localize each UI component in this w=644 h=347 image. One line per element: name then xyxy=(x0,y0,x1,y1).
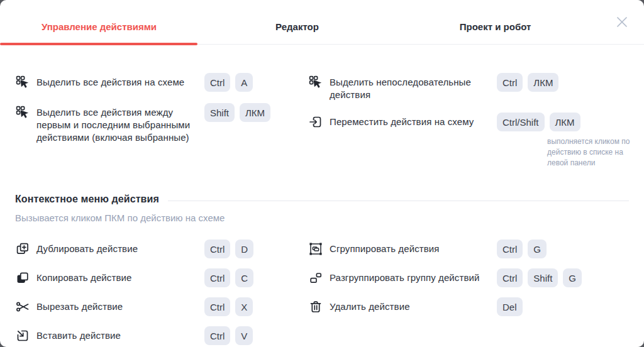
select-actions-icon xyxy=(308,75,323,90)
key-badge: Ctrl xyxy=(497,268,523,287)
key-badge: ЛКМ xyxy=(240,103,270,122)
delete-icon xyxy=(308,299,323,314)
actions-shortcuts-grid: Выделить все действия на схеме Ctrl A Вы… xyxy=(15,73,629,180)
key-badge: ЛКМ xyxy=(528,73,558,92)
tab-project-robot[interactable]: Проект и робот xyxy=(396,0,594,44)
move-to-scheme-icon xyxy=(308,114,323,129)
key-badge: Shift xyxy=(204,103,235,122)
key-badge: D xyxy=(235,240,253,258)
key-badge: G xyxy=(528,240,547,258)
cut-icon xyxy=(15,299,30,314)
context-menu-shortcuts-grid: Дублировать действие Ctrl D Копировать д… xyxy=(15,240,629,347)
select-actions-icon xyxy=(15,75,30,90)
shortcut-row: Выделить все действия между первым и пос… xyxy=(15,103,308,144)
shortcut-row: Разгруппировать группу действий Ctrl Shi… xyxy=(308,268,629,287)
shortcut-row: Дублировать действие Ctrl D xyxy=(15,240,308,258)
shortcut-label: Удалить действие xyxy=(330,297,497,313)
shortcut-label: Вырезать действие xyxy=(36,297,204,313)
key-badge: Ctrl xyxy=(204,297,230,316)
key-badge: Ctrl xyxy=(497,73,523,92)
key-badge: C xyxy=(235,268,253,287)
key-badge: ЛКМ xyxy=(550,113,580,131)
tab-editor[interactable]: Редактор xyxy=(198,0,396,44)
section-divider xyxy=(168,201,629,201)
tab-action-management[interactable]: Управление действиями xyxy=(0,0,198,44)
key-badge: Ctrl xyxy=(204,326,230,345)
shortcut-row: Переместить действия на схему Ctrl/Shift… xyxy=(308,113,635,168)
duplicate-icon xyxy=(15,241,30,256)
group-icon xyxy=(308,241,323,256)
key-badge: A xyxy=(235,73,253,92)
shortcut-row: Копировать действие Ctrl C xyxy=(15,268,308,287)
dialog-content: Выделить все действия на схеме Ctrl A Вы… xyxy=(0,45,644,347)
select-actions-icon xyxy=(15,105,30,120)
shortcut-row: Выделить все действия на схеме Ctrl A xyxy=(15,73,308,92)
shortcut-label: Сгруппировать действия xyxy=(330,240,497,255)
paste-icon xyxy=(15,328,30,343)
section-header: Контекстное меню действия xyxy=(15,194,629,205)
close-button[interactable] xyxy=(614,14,630,30)
key-badge: Del xyxy=(497,297,523,316)
key-badge: G xyxy=(563,268,582,287)
key-badge: Ctrl xyxy=(204,240,230,258)
shortcut-row: Удалить действие Del xyxy=(308,297,629,316)
hotkeys-dialog: Управление действиями Редактор Проект и … xyxy=(0,0,644,347)
shortcut-label: Дублировать действие xyxy=(36,240,204,255)
key-badge: Ctrl xyxy=(204,268,230,287)
key-badge: Ctrl xyxy=(204,73,230,92)
shortcut-label: Разгруппировать группу действий xyxy=(330,268,497,284)
copy-icon xyxy=(15,270,30,285)
key-badge: Ctrl xyxy=(497,240,523,258)
tab-label: Проект и робот xyxy=(460,21,531,32)
active-tab-underline xyxy=(0,43,197,45)
shortcut-row: Сгруппировать действия Ctrl G xyxy=(308,240,629,258)
tab-bar: Управление действиями Редактор Проект и … xyxy=(0,0,644,45)
shortcut-row: Вырезать действие Ctrl X xyxy=(15,297,308,316)
shortcut-row: Вставить действие Ctrl V xyxy=(15,326,308,345)
key-badge: V xyxy=(235,326,253,345)
shortcut-label: Выделить все действия между первым и пос… xyxy=(36,103,204,144)
shortcut-label: Переместить действия на схему xyxy=(330,113,497,128)
shortcut-label: Выделить непоследовательные действия xyxy=(330,73,497,101)
close-icon xyxy=(614,14,630,30)
shortcut-label: Вставить действие xyxy=(36,326,204,342)
section-subtitle: Вызывается кликом ПКМ по действию на схе… xyxy=(15,212,629,223)
ungroup-icon xyxy=(308,270,323,285)
shortcut-label: Копировать действие xyxy=(36,268,204,284)
key-badge: Ctrl/Shift xyxy=(497,113,545,131)
tab-label: Управление действиями xyxy=(42,21,157,32)
shortcut-note: выполняется кликом по действию в списке … xyxy=(547,136,635,168)
tab-label: Редактор xyxy=(275,21,319,32)
shortcut-row: Выделить непоследовательные действия Ctr… xyxy=(308,73,635,101)
key-badge: Shift xyxy=(528,268,558,287)
section-title: Контекстное меню действия xyxy=(15,194,159,205)
key-badge: X xyxy=(235,297,253,316)
shortcut-label: Выделить все действия на схеме xyxy=(36,73,204,89)
